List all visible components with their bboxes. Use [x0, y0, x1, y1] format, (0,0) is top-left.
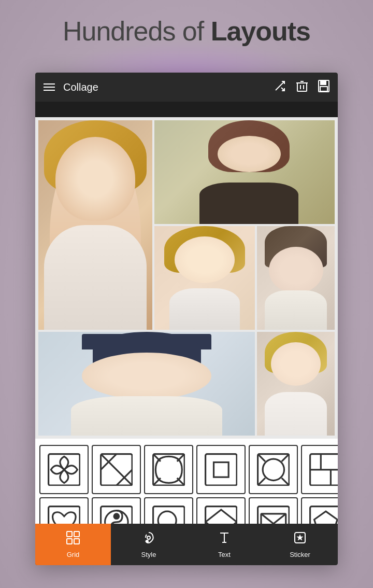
svg-line-26: [281, 478, 289, 485]
face-6: [271, 342, 321, 386]
hair-1: [44, 120, 147, 193]
svg-rect-21: [213, 462, 228, 477]
layout-center-square[interactable]: [196, 445, 246, 494]
nav-sticker[interactable]: Sticker: [262, 524, 338, 565]
svg-line-25: [281, 454, 289, 461]
grid-icon: [66, 530, 80, 549]
svg-line-19: [153, 478, 160, 485]
svg-line-16: [153, 454, 160, 461]
body-2: [199, 183, 298, 224]
svg-line-27: [257, 478, 265, 485]
svg-line-24: [257, 454, 265, 461]
subtitle-bar: [35, 102, 338, 117]
collage-container: [35, 117, 338, 439]
title-bold: Layouts: [211, 16, 310, 46]
shuffle-icon[interactable]: [274, 80, 286, 95]
svg-marker-58: [297, 535, 303, 540]
toolbar: Collage: [35, 73, 338, 102]
body-5: [71, 396, 223, 436]
sticker-icon: [293, 530, 307, 549]
svg-line-17: [177, 454, 184, 461]
face-2: [218, 136, 281, 172]
svg-rect-51: [74, 539, 79, 544]
hat-brim-5: [82, 334, 212, 349]
hair-6: [265, 332, 327, 373]
face-1: [55, 137, 135, 221]
layout-grid-split[interactable]: [301, 445, 338, 494]
svg-rect-48: [67, 531, 72, 537]
svg-line-12: [101, 454, 132, 485]
hamburger-icon[interactable]: [44, 83, 55, 91]
svg-line-44: [261, 514, 274, 524]
layout-diagonal[interactable]: [92, 445, 141, 494]
svg-rect-2: [297, 83, 307, 91]
svg-point-23: [263, 459, 284, 480]
photo-cell-6[interactable]: [257, 332, 335, 436]
bottom-nav: Grid Style: [35, 524, 338, 565]
text-icon: [217, 530, 232, 549]
nav-grid[interactable]: Grid: [35, 524, 111, 565]
style-label: Style: [141, 551, 156, 558]
hat-top-5: [93, 332, 201, 368]
style-icon: [141, 530, 156, 549]
photo-cell-4[interactable]: [257, 226, 335, 330]
svg-line-45: [274, 514, 286, 524]
face-5: [82, 353, 212, 399]
nav-style[interactable]: Style: [111, 524, 187, 565]
person-1: [38, 120, 152, 330]
photo-cell-1[interactable]: [38, 120, 152, 330]
hair-3: [164, 226, 245, 273]
photo-cell-3[interactable]: [154, 226, 255, 330]
svg-rect-50: [67, 539, 72, 544]
title-normal: Hundreds of: [63, 16, 211, 46]
toolbar-title: Collage: [63, 81, 98, 93]
grid-label: Grid: [67, 551, 80, 558]
delete-icon[interactable]: [296, 80, 308, 95]
toolbar-right: [274, 80, 329, 95]
app-window: Collage: [35, 73, 338, 565]
body-3: [169, 288, 240, 330]
hair-2: [208, 120, 290, 172]
layout-corners[interactable]: [144, 445, 193, 494]
svg-point-53: [146, 540, 148, 542]
main-title: Hundreds of Layouts: [0, 16, 373, 47]
layout-circle[interactable]: [249, 445, 298, 494]
text-label: Text: [218, 551, 231, 558]
svg-rect-9: [320, 87, 327, 91]
beanie-4: [265, 226, 327, 268]
toolbar-left: Collage: [44, 81, 98, 93]
face-4: [269, 247, 323, 293]
nav-text[interactable]: Text: [187, 524, 262, 565]
layout-petals[interactable]: [39, 445, 89, 494]
body-4: [265, 290, 327, 330]
svg-rect-49: [74, 531, 79, 537]
body-1: [44, 225, 147, 330]
photo-cell-5[interactable]: [38, 332, 255, 436]
face-3: [175, 236, 235, 283]
svg-point-52: [147, 536, 150, 539]
svg-rect-20: [205, 454, 237, 485]
svg-line-18: [177, 478, 184, 485]
svg-rect-8: [321, 80, 326, 85]
body-6: [265, 392, 327, 436]
svg-point-35: [114, 514, 119, 519]
save-icon[interactable]: [318, 80, 329, 95]
photo-cell-2[interactable]: [154, 120, 335, 224]
sticker-label: Sticker: [290, 551, 310, 558]
collage-grid: [38, 120, 335, 436]
